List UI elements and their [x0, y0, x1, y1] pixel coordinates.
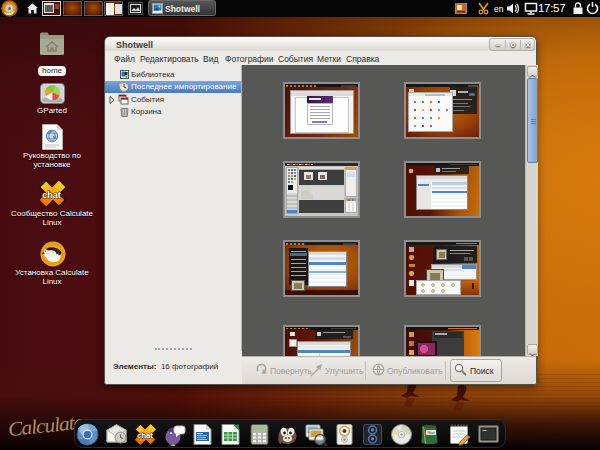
svg-text:chat: chat: [42, 190, 61, 200]
svg-text:chat: chat: [137, 431, 153, 440]
svg-text:Star: Star: [427, 430, 435, 435]
